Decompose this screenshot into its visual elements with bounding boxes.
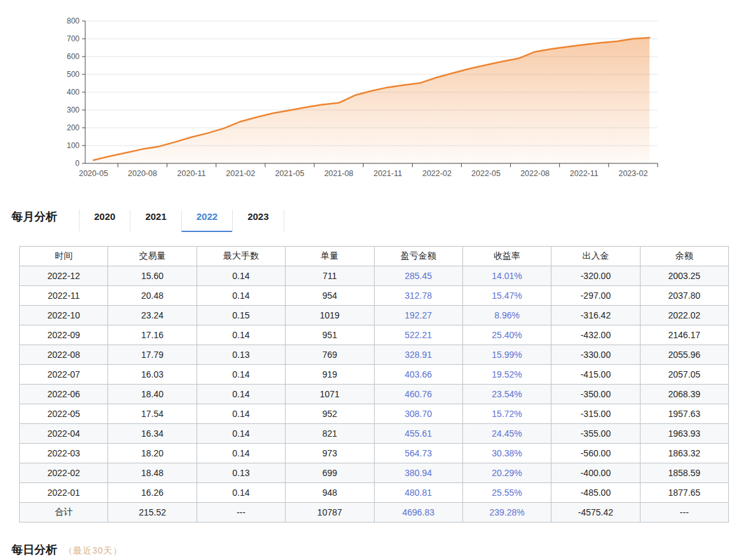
area-chart-canvas: 01002003004005006007008002020-052020-082… bbox=[0, 4, 748, 191]
svg-text:2021-11: 2021-11 bbox=[373, 169, 402, 178]
table-cell: 17.54 bbox=[108, 404, 197, 424]
table-cell: 2022-02 bbox=[20, 463, 108, 483]
column-header: 盈亏金额 bbox=[374, 247, 462, 266]
table-cell: -485.00 bbox=[551, 483, 640, 503]
table-cell: 2022-07 bbox=[20, 365, 108, 385]
svg-text:2023-02: 2023-02 bbox=[618, 169, 648, 178]
tab-year-2021[interactable]: 2021 bbox=[130, 210, 181, 232]
table-row: 2022-0318.200.14973564.7330.38%-560.0018… bbox=[20, 444, 729, 463]
table-cell: 20.29% bbox=[462, 463, 551, 483]
monthly-analysis-header: 每月分析 2020202120222023 bbox=[0, 188, 748, 232]
table-cell: 25.55% bbox=[462, 483, 551, 503]
monthly-table-head: 时间交易量最大手数单量盈亏金额收益率出入金余额 bbox=[20, 247, 729, 266]
column-header: 时间 bbox=[20, 247, 108, 266]
cumulative-performance-chart: 01002003004005006007008002020-052020-082… bbox=[0, 0, 748, 188]
table-row: 2022-0618.400.141071460.7623.54%-350.002… bbox=[20, 385, 729, 404]
monthly-table-body: 2022-1215.600.14711285.4514.01%-320.0020… bbox=[20, 266, 729, 522]
table-cell: 18.48 bbox=[108, 463, 197, 483]
tab-year-2022[interactable]: 2022 bbox=[181, 210, 232, 232]
column-header: 出入金 bbox=[551, 247, 640, 266]
table-cell: 951 bbox=[286, 325, 374, 345]
year-tabs: 2020202120222023 bbox=[79, 210, 284, 232]
column-header: 收益率 bbox=[462, 247, 551, 266]
column-header: 交易量 bbox=[108, 247, 197, 266]
table-cell: 919 bbox=[286, 365, 374, 385]
table-cell: 0.13 bbox=[197, 345, 285, 365]
table-cell: -330.00 bbox=[551, 345, 640, 365]
table-cell: 0.14 bbox=[197, 444, 285, 463]
table-cell: 1858.59 bbox=[640, 463, 728, 483]
table-cell: 328.91 bbox=[374, 345, 462, 365]
svg-text:400: 400 bbox=[67, 88, 80, 97]
table-cell: 18.20 bbox=[108, 444, 197, 463]
svg-text:600: 600 bbox=[67, 52, 80, 61]
table-cell: -432.00 bbox=[551, 325, 640, 345]
svg-text:2021-08: 2021-08 bbox=[324, 169, 354, 178]
table-header-row: 时间交易量最大手数单量盈亏金额收益率出入金余额 bbox=[20, 247, 729, 266]
table-cell: -350.00 bbox=[551, 385, 640, 404]
table-cell: -560.00 bbox=[551, 444, 640, 463]
table-cell: -316.42 bbox=[551, 306, 640, 325]
table-row: 2022-1023.240.151019192.278.96%-316.4220… bbox=[20, 306, 729, 325]
table-cell: 1957.63 bbox=[640, 404, 728, 424]
table-cell: 2022-12 bbox=[20, 266, 108, 286]
svg-text:2022-05: 2022-05 bbox=[471, 169, 501, 178]
table-cell: 564.73 bbox=[374, 444, 462, 463]
table-cell: 19.52% bbox=[462, 365, 551, 385]
table-cell: 16.03 bbox=[108, 365, 197, 385]
area-chart-svg: 01002003004005006007008002020-052020-082… bbox=[0, 4, 748, 188]
monthly-analysis-table: 时间交易量最大手数单量盈亏金额收益率出入金余额 2022-1215.600.14… bbox=[19, 246, 729, 522]
table-cell: 2022-04 bbox=[20, 424, 108, 444]
table-cell: 1071 bbox=[286, 385, 374, 404]
table-cell: 711 bbox=[286, 266, 374, 286]
table-cell: 23.54% bbox=[462, 385, 551, 404]
svg-text:2021-02: 2021-02 bbox=[226, 169, 255, 178]
table-row: 2022-0817.790.13769328.9115.99%-330.0020… bbox=[20, 345, 729, 365]
table-cell: 8.96% bbox=[462, 306, 551, 325]
table-cell: 25.40% bbox=[462, 325, 551, 345]
tab-year-2020[interactable]: 2020 bbox=[79, 210, 130, 232]
table-cell: 2022-11 bbox=[20, 286, 108, 306]
table-cell: -415.00 bbox=[551, 365, 640, 385]
table-cell: 0.14 bbox=[197, 365, 285, 385]
table-cell: 17.16 bbox=[108, 325, 197, 345]
table-cell: 215.52 bbox=[108, 503, 197, 522]
table-cell: 954 bbox=[286, 286, 374, 306]
table-cell: 2022-01 bbox=[20, 483, 108, 503]
table-cell: 2022-06 bbox=[20, 385, 108, 404]
table-cell: 2022-09 bbox=[20, 325, 108, 345]
table-cell: 0.14 bbox=[197, 424, 285, 444]
table-cell: 0.14 bbox=[197, 325, 285, 345]
table-cell: -297.00 bbox=[551, 286, 640, 306]
table-cell: 0.14 bbox=[197, 385, 285, 404]
table-cell: 480.81 bbox=[374, 483, 462, 503]
table-cell: 699 bbox=[286, 463, 374, 483]
svg-text:100: 100 bbox=[67, 141, 80, 150]
table-cell: 0.14 bbox=[197, 266, 285, 286]
table-cell: 2022-08 bbox=[20, 345, 108, 365]
svg-text:700: 700 bbox=[67, 34, 80, 43]
table-row: 2022-0416.340.14821455.6124.45%-355.0019… bbox=[20, 424, 729, 444]
table-cell: 16.34 bbox=[108, 424, 197, 444]
table-cell: --- bbox=[197, 503, 285, 522]
table-row: 2022-0517.540.14952308.7015.72%-315.0019… bbox=[20, 404, 729, 424]
table-cell: 2037.80 bbox=[640, 286, 728, 306]
table-cell: 合计 bbox=[20, 503, 108, 522]
svg-text:800: 800 bbox=[67, 17, 80, 25]
table-cell: 1877.65 bbox=[640, 483, 728, 503]
table-cell: 2068.39 bbox=[640, 385, 728, 404]
table-row: 2022-1120.480.14954312.7815.47%-297.0020… bbox=[20, 286, 729, 306]
table-cell: 1863.32 bbox=[640, 444, 728, 463]
tab-year-2023[interactable]: 2023 bbox=[232, 210, 284, 232]
column-header: 余额 bbox=[640, 247, 728, 266]
daily-analysis-range-note: （最近30天） bbox=[64, 545, 123, 557]
svg-text:200: 200 bbox=[67, 123, 80, 132]
table-row: 2022-0716.030.14919403.6619.52%-415.0020… bbox=[20, 365, 729, 385]
daily-analysis-title: 每日分析 bbox=[11, 543, 57, 557]
table-cell: 15.99% bbox=[462, 345, 551, 365]
table-cell: 2003.25 bbox=[640, 266, 728, 286]
table-cell: 821 bbox=[286, 424, 374, 444]
table-cell: 239.28% bbox=[462, 503, 551, 522]
table-cell: 1963.93 bbox=[640, 424, 728, 444]
table-cell: 455.61 bbox=[374, 424, 462, 444]
